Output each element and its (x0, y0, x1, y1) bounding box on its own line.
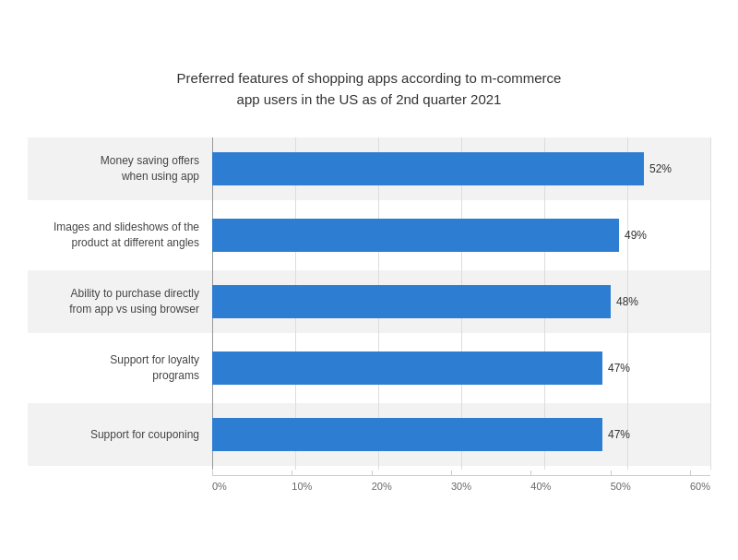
bar-label: Images and slideshows of theproduct at d… (28, 220, 212, 251)
x-tick: 50% (611, 476, 690, 492)
bar-section: 52% (212, 137, 710, 200)
bar (212, 219, 619, 252)
chart-container: Preferred features of shopping apps acco… (18, 50, 720, 510)
bar-section: 48% (212, 270, 710, 333)
bar-row: Support for couponing47% (28, 403, 710, 466)
bar (212, 152, 644, 185)
bar (212, 351, 602, 385)
chart-title-line2: app users in the US as of 2nd quarter 20… (237, 91, 502, 107)
chart-title: Preferred features of shopping apps acco… (28, 68, 710, 110)
x-tick: 20% (372, 476, 451, 492)
bar (212, 418, 602, 451)
bar-section: 47% (212, 403, 710, 466)
bar-value-label: 49% (625, 229, 647, 242)
chart-body: Money saving offerswhen using app52%Imag… (28, 137, 710, 470)
x-tick: 40% (530, 476, 610, 492)
bar-label: Ability to purchase directlyfrom app vs … (28, 286, 212, 317)
chart-title-line1: Preferred features of shopping apps acco… (177, 70, 562, 86)
bar-row: Ability to purchase directlyfrom app vs … (28, 270, 710, 333)
bar (212, 285, 611, 318)
bar-value-label: 48% (616, 295, 638, 308)
bar-row: Support for loyaltyprograms47% (28, 337, 710, 399)
x-axis-ticks: 0%10%20%30%40%50%60% (212, 476, 710, 492)
bar-value-label: 47% (608, 428, 630, 441)
bar-label: Support for loyaltyprograms (28, 352, 212, 384)
x-tick: 60% (690, 476, 710, 492)
x-tick: 30% (451, 476, 530, 492)
x-tick: 10% (292, 476, 371, 492)
bar-value-label: 52% (649, 162, 672, 175)
bar-section: 47% (212, 337, 710, 399)
bar-section: 49% (212, 204, 710, 267)
bar-row: Money saving offerswhen using app52% (28, 137, 710, 200)
chart-area: Money saving offerswhen using app52%Imag… (28, 137, 710, 470)
bar-value-label: 47% (608, 362, 630, 375)
gridline (710, 137, 711, 470)
bar-label: Money saving offerswhen using app (28, 153, 212, 185)
bar-row: Images and slideshows of theproduct at d… (28, 204, 710, 267)
x-axis: 0%10%20%30%40%50%60% (212, 475, 710, 492)
x-tick: 0% (212, 476, 292, 492)
bar-label: Support for couponing (28, 427, 212, 443)
